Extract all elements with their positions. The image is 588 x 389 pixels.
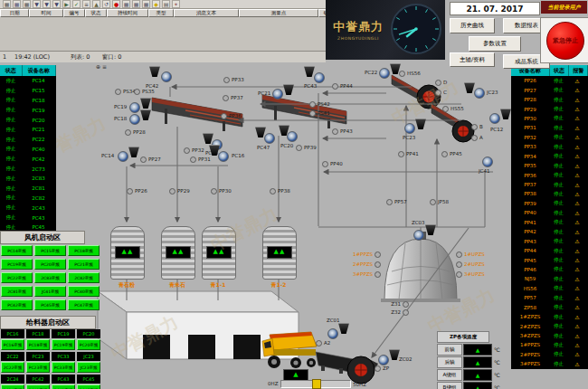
motor-fan-icon[interactable] [161, 71, 172, 82]
motor-fan-icon[interactable] [413, 230, 424, 241]
alarm-warning-icon[interactable]: ⚠ [568, 229, 586, 235]
table-row[interactable]: ZP58停止⚠ [511, 303, 588, 312]
sensor-point[interactable] [403, 309, 409, 316]
storage-silo[interactable]: ▲▲ [110, 226, 145, 280]
table-row[interactable]: PP31停止⚠ [511, 123, 588, 132]
table-row[interactable]: 停止PC43 [0, 213, 56, 223]
alarm-warning-icon[interactable]: ⚠ [568, 285, 586, 291]
sensor-point[interactable] [375, 271, 381, 278]
sensor-point[interactable] [471, 135, 478, 141]
fan-start-button[interactable]: PC21变频 [68, 259, 100, 270]
alarm-warning-icon[interactable]: ⚠ [568, 210, 586, 216]
storage-silo[interactable]: ▲▲ [262, 226, 297, 280]
alarm-warning-icon[interactable]: ⚠ [568, 323, 586, 329]
sensor-point[interactable] [435, 80, 441, 86]
alarm-warning-icon[interactable]: ⚠ [568, 125, 586, 131]
table-row[interactable]: 停止2C82 [0, 194, 56, 204]
sensor-point[interactable] [190, 157, 196, 163]
alarm-warning-icon[interactable]: ⚠ [568, 191, 586, 197]
fan-start-button[interactable]: PC42变频 [1, 299, 33, 310]
motor-fan-icon[interactable] [482, 157, 493, 167]
emergency-stop-button[interactable]: 紧急停止 [546, 22, 584, 60]
alarm-warning-icon[interactable]: ⚠ [568, 134, 586, 140]
feeder-start-button[interactable]: PC45变频 [77, 384, 100, 389]
table-row[interactable]: 停止PC22 [0, 135, 56, 145]
sensor-point[interactable] [471, 124, 478, 130]
motor-fan-icon[interactable] [218, 151, 229, 162]
alarm-warning-icon[interactable]: ⚠ [568, 238, 586, 244]
motor-fan-icon[interactable] [129, 102, 140, 113]
sensor-point[interactable] [398, 151, 404, 157]
alarm-warning-icon[interactable]: ⚠ [568, 115, 586, 121]
conveyor-b[interactable] [262, 95, 346, 128]
motor-fan-icon[interactable] [118, 151, 128, 162]
alarm-warning-icon[interactable]: ⚠ [568, 248, 586, 254]
alarm-warning-icon[interactable]: ⚠ [568, 97, 586, 103]
fan-start-button[interactable]: PC15变频 [34, 245, 66, 256]
sensor-point[interactable] [386, 199, 393, 205]
motor-fan-icon[interactable] [404, 123, 415, 134]
sensor-point[interactable] [296, 145, 302, 151]
table-row[interactable]: PP41停止⚠ [511, 218, 588, 227]
table-row[interactable]: PP26停止⚠ [511, 76, 588, 85]
sensor-point[interactable] [332, 128, 338, 135]
sensor-point[interactable] [316, 340, 322, 346]
table-row[interactable]: 停止PC14 [0, 76, 56, 86]
alarm-warning-icon[interactable]: ⚠ [568, 257, 586, 263]
table-row[interactable]: PP42停止⚠ [511, 227, 588, 236]
feeder-start-button[interactable]: PC42变频 [26, 384, 50, 389]
feeder-start-button[interactable]: PC19变频 [52, 339, 75, 350]
table-row[interactable]: PP27停止⚠ [511, 85, 588, 94]
motor-fan-icon[interactable] [272, 89, 283, 100]
table-row[interactable]: PP46停止⚠ [511, 265, 588, 274]
dump-truck[interactable] [262, 332, 317, 368]
alarm-warning-icon[interactable]: ⚠ [568, 87, 586, 93]
table-row[interactable]: PP37停止⚠ [511, 180, 588, 189]
fan-start-button[interactable]: PC14变频 [1, 245, 33, 256]
table-row[interactable]: PP57停止⚠ [511, 293, 588, 302]
sensor-point[interactable] [223, 95, 229, 101]
table-row[interactable]: 停止PC42 [0, 154, 56, 164]
sensor-point[interactable] [456, 261, 462, 268]
alarm-warning-icon[interactable]: ⚠ [568, 200, 586, 206]
alarm-warning-icon[interactable]: ⚠ [568, 78, 586, 84]
sensor-point[interactable] [435, 90, 441, 96]
sensor-point[interactable] [375, 261, 381, 268]
feeder-start-button[interactable]: PC43变频 [52, 384, 75, 389]
motor-fan-icon[interactable] [287, 131, 298, 142]
table-row[interactable]: 停止2C83 [0, 174, 56, 184]
table-row[interactable]: HS56停止⚠ [511, 284, 588, 293]
alarm-warning-icon[interactable]: ⚠ [568, 153, 586, 159]
feeder-start-button[interactable]: JC23变频 [77, 362, 100, 373]
table-row[interactable]: 停止PC21 [0, 125, 56, 135]
table-row[interactable]: PP36停止⚠ [511, 170, 588, 179]
sensor-point[interactable] [430, 199, 436, 205]
sensor-point[interactable] [115, 89, 121, 95]
alarm-warning-icon[interactable]: ⚠ [568, 304, 586, 310]
alarm-warning-icon[interactable]: ⚠ [568, 106, 586, 112]
fan-start-button[interactable]: 2C83变频 [34, 272, 66, 283]
motor-fan-icon[interactable] [489, 113, 500, 124]
table-row[interactable]: PP28停止⚠ [511, 95, 588, 104]
sensor-point[interactable] [375, 251, 381, 258]
disc-crusher[interactable] [347, 356, 378, 384]
fan-start-button[interactable]: 2C81变频 [1, 286, 33, 297]
table-row[interactable]: 停止2C43 [0, 203, 56, 213]
table-row[interactable]: NJ59停止⚠ [511, 274, 588, 283]
sensor-point[interactable] [134, 89, 140, 95]
sensor-point[interactable] [184, 147, 190, 154]
fan-start-button[interactable]: 2C82变频 [68, 272, 100, 283]
fan-start-button[interactable]: PC40变频 [68, 286, 100, 297]
fan-start-button[interactable]: PC18变频 [68, 245, 100, 256]
fan-start-button[interactable]: PC47变频 [68, 299, 100, 310]
alarm-warning-icon[interactable]: ⚠ [568, 219, 586, 225]
storage-silo[interactable]: ▲▲ [161, 226, 195, 280]
table-row[interactable]: 3#PPZS停止⚠ [511, 359, 588, 368]
table-row[interactable]: 停止2C73 [0, 164, 56, 174]
table-row[interactable]: PP35停止⚠ [511, 161, 588, 170]
motor-fan-icon[interactable] [327, 328, 338, 339]
alarm-warning-icon[interactable]: ⚠ [568, 266, 586, 272]
table-row[interactable]: 3#ZPZS停止⚠ [511, 331, 588, 340]
table-row[interactable]: PP45停止⚠ [511, 255, 588, 264]
alarm-warning-icon[interactable]: ⚠ [568, 333, 586, 339]
